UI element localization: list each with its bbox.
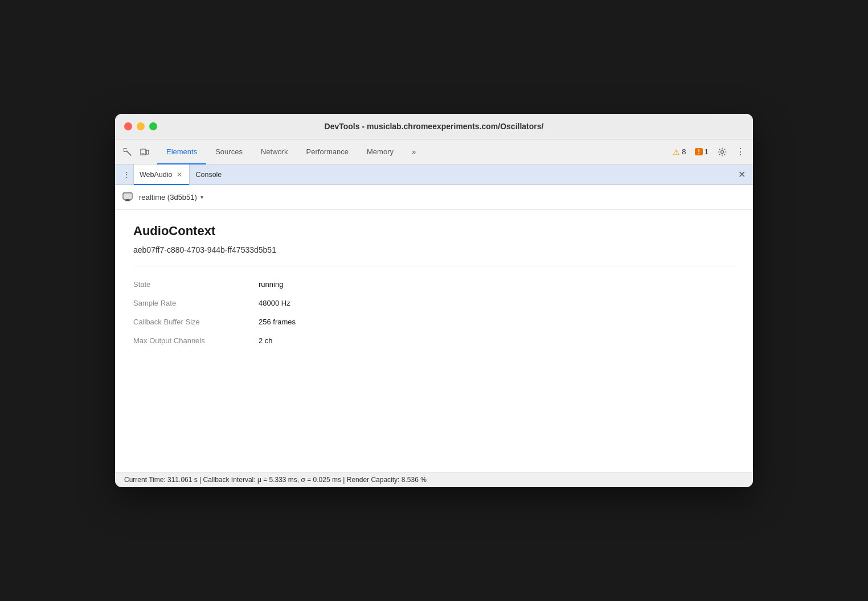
devtools-toolbar: Elements Sources Network Performance Mem… xyxy=(115,139,753,164)
panel-more-button[interactable]: ⋮ xyxy=(120,168,133,182)
panel-close-button[interactable]: ✕ xyxy=(735,168,748,182)
tab-network[interactable]: Network xyxy=(252,139,297,164)
svg-rect-10 xyxy=(126,199,129,200)
main-tab-nav: Elements Sources Network Performance Mem… xyxy=(157,139,669,164)
more-options-button[interactable]: ⋮ xyxy=(732,144,748,160)
svg-rect-3 xyxy=(126,150,126,152)
settings-button[interactable] xyxy=(714,144,730,160)
prop-value-callback-buffer-size: 256 frames xyxy=(259,318,735,326)
svg-rect-2 xyxy=(124,151,126,152)
main-content: AudioContext aeb07ff7-c880-4703-944b-ff4… xyxy=(115,210,753,472)
properties-table: State running Sample Rate 48000 Hz Callb… xyxy=(133,280,735,345)
svg-rect-6 xyxy=(146,150,149,154)
panel-tab-webaudio-close[interactable]: ✕ xyxy=(175,171,183,179)
toolbar-icons xyxy=(120,144,153,160)
inspect-element-icon[interactable] xyxy=(120,144,136,160)
prop-value-sample-rate: 48000 Hz xyxy=(259,299,735,307)
prop-value-state: running xyxy=(259,280,735,289)
minimize-button[interactable] xyxy=(137,122,145,130)
prop-label-state: State xyxy=(133,280,259,289)
tab-more[interactable]: » xyxy=(403,139,425,164)
device-toolbar-icon[interactable] xyxy=(137,144,153,160)
audio-context-id: aeb07ff7-c880-4703-944b-ff47533d5b51 xyxy=(133,245,735,266)
error-badge[interactable]: ! 1 xyxy=(691,146,712,157)
status-bar: Current Time: 311.061 s | Callback Inter… xyxy=(115,472,753,487)
devtools-window: DevTools - musiclab.chromeexperiments.co… xyxy=(115,114,753,487)
tab-sources[interactable]: Sources xyxy=(206,139,252,164)
context-selector-arrow-icon: ▾ xyxy=(200,194,203,200)
title-bar: DevTools - musiclab.chromeexperiments.co… xyxy=(115,114,753,139)
close-button[interactable] xyxy=(124,122,132,130)
error-icon: ! xyxy=(695,148,702,155)
webaudio-toolbar: realtime (3d5b51) ▾ xyxy=(115,185,753,210)
svg-line-4 xyxy=(127,151,131,155)
audio-context-title: AudioContext xyxy=(133,224,735,238)
prop-label-callback-buffer-size: Callback Buffer Size xyxy=(133,318,259,326)
tab-elements[interactable]: Elements xyxy=(157,139,206,164)
panel-tab-webaudio[interactable]: WebAudio ✕ xyxy=(133,164,190,185)
toolbar-right: ⚠ 8 ! 1 ⋮ xyxy=(669,144,748,160)
context-selector[interactable]: realtime (3d5b51) ▾ xyxy=(139,193,203,201)
svg-point-8 xyxy=(721,150,724,153)
panel-tab-console[interactable]: Console xyxy=(190,164,227,185)
context-icon xyxy=(122,191,133,204)
tab-memory[interactable]: Memory xyxy=(358,139,403,164)
warning-icon: ⚠ xyxy=(673,147,680,157)
prop-label-max-output-channels: Max Output Channels xyxy=(133,336,259,345)
window-title: DevTools - musiclab.chromeexperiments.co… xyxy=(325,122,544,131)
svg-rect-12 xyxy=(124,194,131,198)
traffic-lights xyxy=(124,122,157,130)
status-bar-text: Current Time: 311.061 s | Callback Inter… xyxy=(124,476,427,484)
svg-rect-11 xyxy=(125,200,130,201)
panel-tabs: ⋮ WebAudio ✕ Console ✕ xyxy=(115,164,753,185)
warning-badge[interactable]: ⚠ 8 xyxy=(669,146,689,158)
maximize-button[interactable] xyxy=(149,122,157,130)
svg-rect-1 xyxy=(124,148,124,151)
prop-value-max-output-channels: 2 ch xyxy=(259,336,735,345)
prop-label-sample-rate: Sample Rate xyxy=(133,299,259,307)
tab-performance[interactable]: Performance xyxy=(297,139,358,164)
